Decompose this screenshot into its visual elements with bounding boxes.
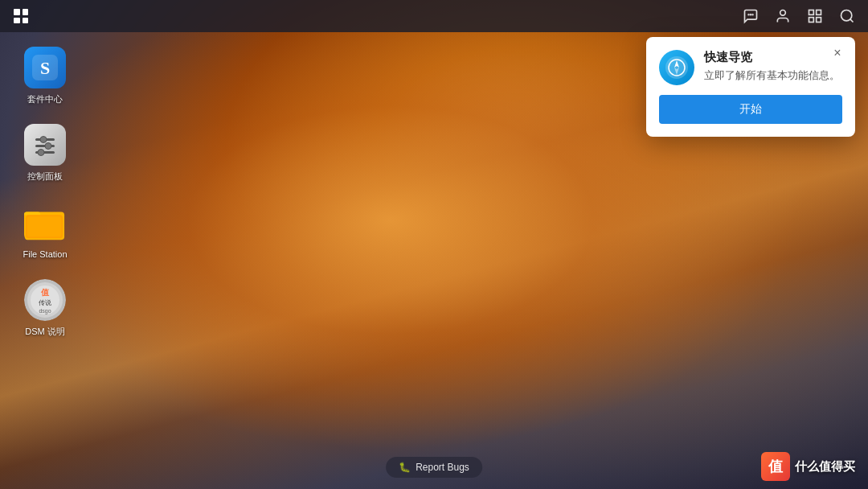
desktop-icon-dsm-help[interactable]: 值 传说 dsgo DSM 说明 (13, 273, 77, 343)
svg-text:dsgo: dsgo (39, 308, 51, 314)
watermark: 值 什么值得买 (761, 452, 855, 481)
package-center-icon: S (24, 47, 66, 88)
control-panel-label: 控制面板 (27, 171, 63, 182)
desktop-icon-control-panel[interactable]: 控制面板 (13, 117, 77, 188)
svg-rect-6 (809, 18, 814, 23)
file-station-icon (24, 202, 66, 244)
svg-rect-4 (809, 10, 814, 15)
control-panel-icon-svg (31, 130, 59, 159)
svg-point-8 (841, 10, 852, 21)
popup-description: 立即了解所有基本功能信息。 (704, 68, 842, 83)
grid-cell (23, 18, 29, 24)
svg-point-13 (40, 137, 47, 143)
svg-rect-7 (817, 18, 821, 23)
windows-icon (807, 8, 823, 24)
package-center-icon-svg: S (31, 53, 59, 82)
popup-close-button[interactable]: × (829, 45, 845, 61)
taskbar-right (736, 2, 862, 31)
svg-point-0 (748, 14, 749, 15)
quick-tour-popup: × 快速导览 立即了解所有基本功能信息。 开始 (646, 37, 855, 137)
windows-taskbar-button[interactable] (800, 2, 829, 31)
svg-point-1 (751, 14, 751, 15)
user-taskbar-button[interactable] (768, 2, 797, 31)
dsm-help-icon-svg: 值 传说 dsgo (24, 279, 66, 321)
quick-tour-icon-svg (665, 56, 688, 79)
bug-icon: 🐛 (399, 462, 411, 473)
svg-rect-5 (817, 10, 821, 15)
grid-cell (14, 18, 20, 24)
package-center-label: 套件中心 (27, 93, 63, 105)
desktop-icon-package-center[interactable]: S 套件中心 (13, 40, 77, 111)
svg-text:传说: 传说 (39, 299, 51, 306)
popup-start-button[interactable]: 开始 (659, 95, 842, 124)
grid-cell (14, 9, 20, 15)
grid-icon (14, 9, 28, 23)
grid-cell (23, 9, 29, 15)
taskbar (0, 0, 868, 32)
search-taskbar-button[interactable] (833, 2, 862, 31)
search-icon (839, 8, 855, 24)
taskbar-left (6, 2, 35, 31)
control-panel-icon (24, 124, 66, 166)
file-station-label: File Station (23, 249, 67, 260)
svg-point-15 (45, 143, 51, 150)
svg-point-17 (38, 150, 44, 156)
chat-icon (743, 8, 759, 24)
report-bugs-label: Report Bugs (416, 462, 469, 473)
svg-point-2 (752, 14, 753, 15)
svg-point-3 (780, 10, 786, 16)
file-station-folder-svg (24, 203, 66, 242)
app-grid-button[interactable] (6, 2, 35, 31)
svg-text:S: S (40, 58, 50, 78)
dsm-help-label: DSM 说明 (25, 326, 65, 337)
user-icon (775, 8, 791, 24)
popup-header: 快速导览 立即了解所有基本功能信息。 (659, 50, 842, 85)
popup-icon (659, 50, 694, 85)
svg-text:值: 值 (40, 288, 50, 297)
watermark-text: 什么值得买 (795, 459, 855, 475)
report-bugs-button[interactable]: 🐛 Report Bugs (386, 457, 482, 478)
chat-taskbar-button[interactable] (736, 2, 765, 31)
desktop-icons-area: S 套件中心 控制面板 (13, 40, 77, 343)
desktop-icon-file-station[interactable]: File Station (13, 195, 77, 266)
popup-text: 快速导览 立即了解所有基本功能信息。 (704, 50, 842, 83)
svg-line-9 (850, 19, 854, 23)
popup-title: 快速导览 (704, 50, 842, 65)
svg-rect-22 (27, 216, 61, 236)
dsm-help-icon: 值 传说 dsgo (24, 279, 66, 321)
watermark-logo: 值 (761, 452, 790, 481)
